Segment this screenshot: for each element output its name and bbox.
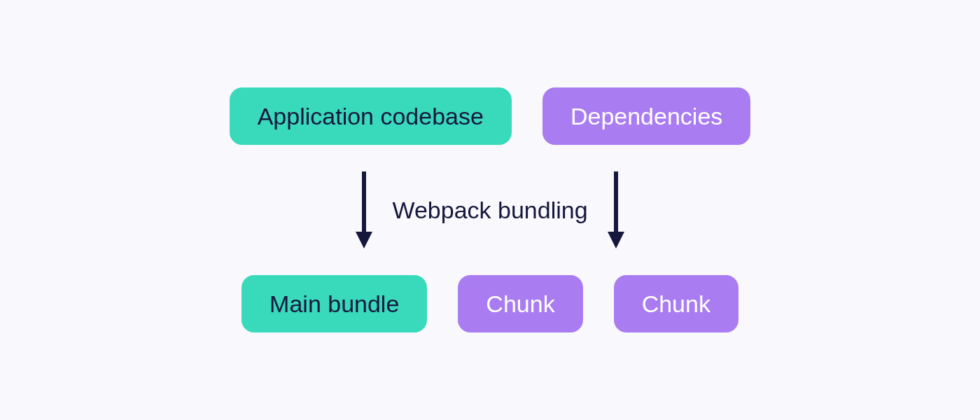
chunk-box: Chunk: [458, 275, 582, 332]
outputs-row: Main bundle Chunk Chunk: [241, 275, 738, 332]
process-label: Webpack bundling: [392, 197, 587, 224]
arrow-down-icon: [606, 172, 626, 248]
svg-marker-1: [356, 232, 372, 248]
dependencies-box: Dependencies: [542, 88, 750, 145]
main-bundle-box: Main bundle: [241, 275, 427, 332]
arrow-down-icon: [354, 172, 374, 248]
process-row: Webpack bundling: [354, 172, 625, 248]
svg-marker-3: [608, 232, 624, 248]
webpack-bundling-diagram: Application codebase Dependencies Webpac…: [230, 88, 751, 332]
sources-row: Application codebase Dependencies: [230, 88, 751, 145]
chunk-box: Chunk: [614, 275, 738, 332]
application-codebase-box: Application codebase: [230, 88, 512, 145]
